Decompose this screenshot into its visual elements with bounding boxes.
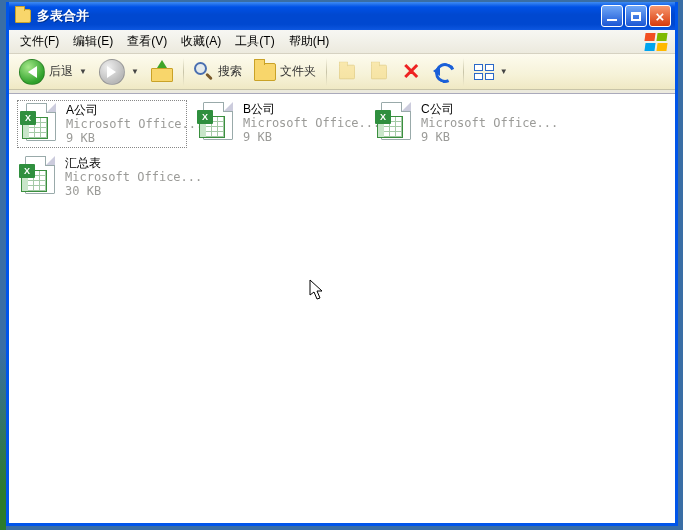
file-name: B公司 [243, 102, 363, 116]
close-icon: × [656, 9, 665, 24]
menu-tools[interactable]: 工具(T) [228, 31, 281, 52]
menu-bar: 文件(F) 编辑(E) 查看(V) 收藏(A) 工具(T) 帮助(H) [9, 30, 675, 54]
maximize-button[interactable] [625, 5, 647, 27]
menu-view[interactable]: 查看(V) [120, 31, 174, 52]
move-to-button[interactable] [333, 60, 361, 84]
undo-button[interactable] [429, 60, 457, 84]
views-icon [474, 64, 494, 80]
file-size: 9 KB [243, 130, 363, 144]
chevron-down-icon[interactable]: ▼ [131, 67, 139, 76]
up-folder-icon [151, 62, 173, 82]
search-button[interactable]: 搜索 [190, 60, 246, 84]
file-name: A公司 [66, 103, 184, 117]
excel-file-icon: X [375, 102, 415, 144]
minimize-icon [607, 19, 617, 21]
folder-content[interactable]: XA公司Microsoft Office...9 KBXB公司Microsoft… [9, 94, 675, 523]
cursor-icon [309, 279, 325, 304]
undo-icon [433, 62, 453, 82]
copy-to-icon [369, 62, 389, 82]
separator [326, 58, 327, 86]
file-type: Microsoft Office... [421, 116, 541, 130]
excel-file-icon: X [197, 102, 237, 144]
menu-file[interactable]: 文件(F) [13, 31, 66, 52]
views-button[interactable]: ▼ [470, 62, 512, 82]
delete-icon: ✕ [401, 62, 421, 82]
chevron-down-icon[interactable]: ▼ [79, 67, 87, 76]
menu-edit[interactable]: 编辑(E) [66, 31, 120, 52]
title-bar[interactable]: 多表合并 × [9, 2, 675, 30]
file-size: 9 KB [66, 131, 184, 145]
windows-logo-icon [643, 32, 671, 52]
separator [183, 58, 184, 86]
separator [463, 58, 464, 86]
file-tile[interactable]: XC公司Microsoft Office...9 KB [373, 100, 543, 148]
back-icon [19, 59, 45, 85]
file-type: Microsoft Office... [243, 116, 363, 130]
back-button[interactable]: 后退 ▼ [15, 57, 91, 87]
move-to-icon [337, 62, 357, 82]
excel-file-icon: X [19, 156, 59, 198]
folder-icon [15, 9, 31, 23]
file-type: Microsoft Office... [66, 117, 184, 131]
file-meta: B公司Microsoft Office...9 KB [243, 102, 363, 144]
file-size: 30 KB [65, 184, 185, 198]
copy-to-button[interactable] [365, 60, 393, 84]
minimize-button[interactable] [601, 5, 623, 27]
up-button[interactable] [147, 60, 177, 84]
chevron-down-icon[interactable]: ▼ [500, 67, 508, 76]
file-type: Microsoft Office... [65, 170, 185, 184]
file-tile[interactable]: XA公司Microsoft Office...9 KB [17, 100, 187, 148]
search-icon [194, 62, 214, 82]
window-title: 多表合并 [37, 7, 89, 25]
back-label: 后退 [49, 63, 73, 80]
file-tile[interactable]: X汇总表Microsoft Office...30 KB [17, 154, 187, 202]
file-meta: 汇总表Microsoft Office...30 KB [65, 156, 185, 198]
file-name: 汇总表 [65, 156, 185, 170]
forward-button[interactable]: ▼ [95, 57, 143, 87]
file-name: C公司 [421, 102, 541, 116]
folders-icon [254, 63, 276, 81]
delete-button[interactable]: ✕ [397, 60, 425, 84]
window-controls: × [601, 5, 671, 27]
file-size: 9 KB [421, 130, 541, 144]
file-tile[interactable]: XB公司Microsoft Office...9 KB [195, 100, 365, 148]
menu-help[interactable]: 帮助(H) [282, 31, 337, 52]
file-meta: A公司Microsoft Office...9 KB [66, 103, 184, 145]
search-label: 搜索 [218, 63, 242, 80]
menu-favorites[interactable]: 收藏(A) [174, 31, 228, 52]
folders-label: 文件夹 [280, 63, 316, 80]
toolbar: 后退 ▼ ▼ 搜索 文件夹 ✕ [9, 54, 675, 90]
explorer-window: 多表合并 × 文件(F) 编辑(E) 查看(V) 收藏(A) 工具(T) 帮助(… [6, 2, 678, 526]
file-tiles: XA公司Microsoft Office...9 KBXB公司Microsoft… [17, 100, 667, 202]
close-button[interactable]: × [649, 5, 671, 27]
excel-file-icon: X [20, 103, 60, 145]
forward-icon [99, 59, 125, 85]
maximize-icon [631, 12, 641, 21]
folders-button[interactable]: 文件夹 [250, 61, 320, 83]
file-meta: C公司Microsoft Office...9 KB [421, 102, 541, 144]
